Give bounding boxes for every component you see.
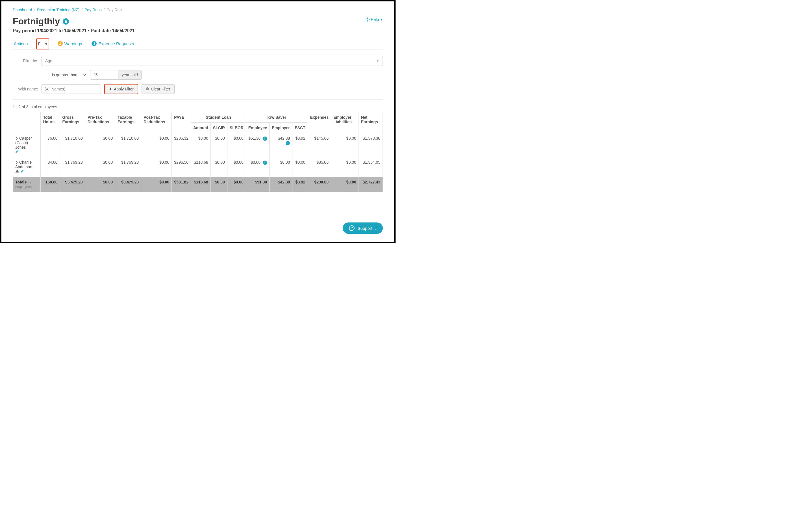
th-ks-employee: Employee	[246, 123, 269, 133]
chevron-down-icon: ▼	[376, 59, 379, 63]
lock-icon	[63, 18, 69, 24]
edit-icon[interactable]	[15, 150, 19, 154]
page-title: Fortnigthly	[13, 16, 135, 26]
breadcrumb-current: Pay Run	[106, 8, 122, 12]
th-slcir: SLCIR	[210, 123, 227, 133]
th-student-loan: Student Loan	[191, 112, 246, 123]
info-icon[interactable]: i	[263, 137, 267, 141]
expenses-badge: 3	[92, 41, 97, 46]
svg-rect-1	[146, 88, 148, 89]
th-kiwisaver: KiwiSaver	[246, 112, 308, 123]
th-emp-liab: Employer Liabilities	[331, 112, 359, 133]
th-posttax: Post-Tax Deductions	[141, 112, 172, 133]
clear-filter-button[interactable]: Clear Filter	[141, 84, 174, 94]
filter-by-label: Filter by:	[13, 59, 38, 63]
chevron-right-icon: ›	[375, 226, 377, 231]
chevron-right-icon[interactable]: ❯	[15, 136, 18, 140]
th-total-hours: Total Hours	[41, 112, 60, 133]
apply-filter-button[interactable]: Apply Filter	[104, 84, 138, 94]
th-sl-amount: Amount	[191, 123, 210, 133]
chevron-right-icon[interactable]: ❯	[15, 160, 18, 164]
help-link[interactable]: ? Help ▼	[366, 17, 383, 22]
table-row: ❯ Casper (Caspi) Jones76.00$1,710.00$0.0…	[13, 133, 383, 157]
th-taxable: Taxable Earnings	[115, 112, 141, 133]
breadcrumb: Dashboard / Progenitor Training (NZ) / P…	[13, 8, 383, 12]
th-ks-employer: Employer	[269, 123, 292, 133]
breadcrumb-company[interactable]: Progenitor Training (NZ)	[37, 8, 79, 12]
with-name-input[interactable]	[41, 84, 101, 94]
th-esct: ESCT	[292, 123, 308, 133]
filter-icon	[109, 87, 112, 91]
th-pretax: Pre-Tax Deductions	[85, 112, 115, 133]
edit-icon[interactable]	[20, 169, 24, 174]
tab-filter[interactable]: Filter	[36, 38, 49, 50]
info-icon[interactable]: i	[263, 161, 267, 165]
caret-down-icon: ▼	[380, 18, 383, 21]
th-expenses: Expenses	[308, 112, 331, 133]
pay-period-subtitle: Pay period 1/04/2021 to 14/04/2021 • Pai…	[13, 28, 135, 33]
th-paye: PAYE	[172, 112, 191, 133]
info-icon[interactable]: i	[286, 141, 290, 145]
age-suffix: years old	[118, 70, 141, 80]
tab-actions[interactable]: Actions	[13, 39, 29, 49]
filter-by-select[interactable]: Age ▼	[41, 56, 383, 66]
help-icon: ?	[366, 17, 370, 21]
breadcrumb-payruns[interactable]: Pay Runs	[85, 8, 102, 12]
table-row: ❯ Charlie Anderson 84.00$1,769.23$0.00$1…	[13, 157, 383, 177]
warnings-badge: 2	[58, 41, 63, 46]
support-button[interactable]: ? Support ›	[343, 223, 383, 234]
th-net: Net Earnings	[359, 112, 383, 133]
tab-warnings[interactable]: 2 Warnings	[57, 39, 83, 49]
minus-circle-icon	[146, 87, 149, 91]
tab-expense-requests[interactable]: 3 Expense Requests	[90, 39, 135, 49]
with-name-label: With name:	[13, 87, 38, 91]
th-gross: Gross Earnings	[60, 112, 85, 133]
support-icon: ?	[349, 225, 354, 231]
payrun-table: Total Hours Gross Earnings Pre-Tax Deduc…	[13, 112, 383, 192]
tabs: Actions Filter 2 Warnings 3 Expense Requ…	[13, 38, 383, 50]
breadcrumb-dashboard[interactable]: Dashboard	[13, 8, 32, 12]
result-count: 1 - 2 of 2 total employees.	[13, 105, 383, 109]
totals-row: Totals · 2 employees 160.00 $3,479.23 $0…	[13, 177, 383, 192]
warning-icon[interactable]	[15, 169, 19, 174]
th-slbor: SLBOR	[227, 123, 246, 133]
comparator-select[interactable]: is greater than	[48, 70, 87, 80]
age-value-input[interactable]	[90, 70, 118, 80]
filter-panel: Filter by: Age ▼ is greater than years o…	[13, 50, 383, 99]
